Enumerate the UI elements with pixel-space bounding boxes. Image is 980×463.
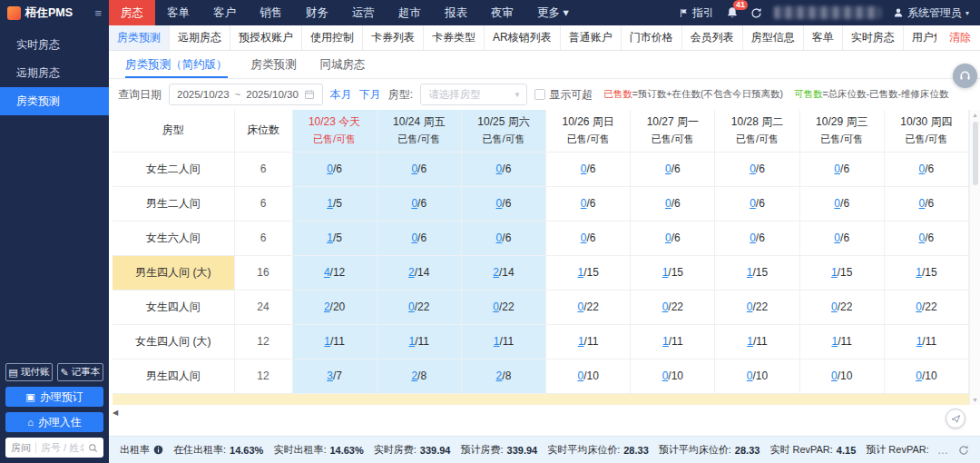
sold-count-link[interactable]: 1: [831, 266, 838, 279]
top-nav-item[interactable]: 房态: [109, 0, 155, 25]
guide-button[interactable]: 指引: [679, 5, 714, 21]
room-search-input[interactable]: 房间 房号 / 姓名: [5, 438, 103, 458]
make-reservation-button[interactable]: ▣ 办理预订: [5, 387, 103, 407]
status-metrics: 出租率 在住出租率: 14.63%: [120, 443, 928, 457]
sold-count-link[interactable]: 2: [324, 300, 330, 313]
top-nav-item[interactable]: 客单: [155, 0, 201, 25]
room-type-row: 女生六人间61/50/60/60/60/60/60/60/6: [113, 221, 969, 255]
top-nav-item-label: 房态: [121, 6, 143, 19]
workspace-tab[interactable]: 会员列表: [682, 25, 743, 50]
cash-account-button[interactable]: ▤ 现付账: [5, 363, 53, 381]
flag-icon: [679, 8, 689, 18]
sold-count-link[interactable]: 2: [493, 266, 499, 279]
sold-count-link[interactable]: 0: [493, 300, 499, 313]
vertical-scroll-thumb[interactable]: [973, 122, 978, 185]
notebook-button[interactable]: ✎ 记事本: [57, 363, 104, 381]
workspace-tab[interactable]: 房型信息: [743, 25, 804, 50]
sold-available-cell: 0/22: [377, 290, 461, 324]
scroll-left-arrow[interactable]: ◀: [113, 409, 118, 417]
info-icon[interactable]: [153, 445, 163, 455]
status-metric-value: 339.94: [420, 445, 451, 456]
sidebar-item[interactable]: 实时房态: [0, 31, 109, 59]
sidebar-item[interactable]: 房类预测: [0, 87, 109, 115]
top-nav-item[interactable]: 运营: [340, 0, 387, 25]
sold-count-link[interactable]: 0: [665, 163, 671, 175]
sold-count-link[interactable]: 0: [408, 300, 415, 313]
sold-count-link[interactable]: 0: [750, 163, 756, 175]
scroll-up-arrow[interactable]: ▲: [972, 112, 978, 118]
sold-count-link[interactable]: 2: [408, 266, 415, 279]
sold-count-link[interactable]: 0: [831, 369, 838, 382]
sold-count-link[interactable]: 0: [747, 369, 753, 382]
top-nav-item[interactable]: 客户: [201, 0, 248, 25]
user-menu[interactable]: 系统管理员 ▾: [893, 5, 969, 21]
workspace-tab[interactable]: AR核销列表: [485, 25, 561, 50]
menu-toggle-icon[interactable]: ≡: [94, 6, 102, 20]
notifications-button[interactable]: 41: [726, 6, 739, 19]
workspace-tab[interactable]: 房类预测: [109, 25, 170, 50]
status-more-button[interactable]: …: [937, 444, 949, 457]
sold-count-link[interactable]: 1: [662, 335, 669, 348]
top-nav-item[interactable]: 报表: [433, 0, 479, 25]
top-nav-item[interactable]: 财务: [294, 0, 340, 25]
sub-tab[interactable]: 同城房态: [320, 51, 366, 78]
available-count: /22: [838, 300, 853, 313]
sold-count-link[interactable]: 4: [324, 266, 330, 279]
sold-count-link[interactable]: 1: [747, 335, 753, 348]
sold-count-link[interactable]: 1: [578, 335, 584, 348]
sold-count-link[interactable]: 0: [916, 369, 922, 382]
sold-count-link[interactable]: 3: [327, 369, 333, 382]
workspace-tab[interactable]: 客单: [804, 25, 843, 50]
clear-tabs-button[interactable]: 清除: [936, 25, 980, 50]
sold-available-cell: 2/8: [377, 359, 461, 393]
this-month-link[interactable]: 本月: [330, 87, 352, 103]
top-nav-item[interactable]: 销售: [248, 0, 294, 25]
top-nav-item[interactable]: 更多 ▾: [525, 0, 581, 25]
sold-available-cell: 0/10: [715, 359, 799, 393]
workspace-tab[interactable]: 卡券类型: [424, 25, 485, 50]
next-month-link[interactable]: 下月: [359, 87, 381, 103]
assistant-floating-button[interactable]: [953, 64, 977, 88]
available-count: /6: [840, 197, 849, 210]
workspace-tab[interactable]: 实时房态: [843, 25, 904, 50]
workspace-tab[interactable]: 预授权账户: [230, 25, 302, 50]
workspace-tab[interactable]: 卡券列表: [363, 25, 424, 50]
date-range-input[interactable]: 2025/10/23 ~ 2025/10/30: [169, 84, 323, 105]
room-type-row: 男生四人间123/72/82/80/100/100/100/100/10: [113, 359, 969, 393]
status-metric: 预计房费: 339.94: [460, 443, 537, 457]
top-nav-item[interactable]: 超市: [387, 0, 433, 25]
horizontal-scrollbar[interactable]: ◀: [109, 405, 980, 419]
sub-tab[interactable]: 房类预测（简约版）: [125, 51, 228, 78]
sold-count-link[interactable]: 1: [327, 197, 333, 210]
sold-count-link[interactable]: 0: [327, 163, 333, 175]
room-type-select[interactable]: 请选择房型 ▾: [420, 84, 527, 105]
sidebar-item[interactable]: 远期房态: [0, 59, 109, 87]
vertical-scrollbar[interactable]: ▲ ▼: [969, 110, 980, 405]
workspace-tab[interactable]: 使用控制: [302, 25, 363, 50]
workspace-tab[interactable]: 远期房态: [170, 25, 230, 50]
checkbox-box[interactable]: [534, 89, 545, 100]
available-count: /6: [671, 163, 681, 175]
sold-count-link[interactable]: 0: [665, 232, 671, 244]
sold-count-link[interactable]: 0: [747, 300, 753, 313]
sold-count-link[interactable]: 0: [916, 300, 922, 313]
sub-tab[interactable]: 房类预测: [251, 51, 297, 78]
refresh-button[interactable]: [750, 7, 762, 19]
sold-count-link[interactable]: 0: [665, 197, 671, 210]
bed-count: 6: [234, 221, 292, 255]
sold-count-link[interactable]: 0: [750, 232, 756, 244]
workspace-tab[interactable]: 普通账户: [561, 25, 622, 50]
sold-count-link[interactable]: 1: [327, 232, 333, 244]
sold-count-link[interactable]: 1: [747, 266, 753, 279]
scroll-down-arrow[interactable]: ▼: [972, 397, 978, 403]
sold-count-link[interactable]: 1: [916, 266, 922, 279]
top-nav-item[interactable]: 夜审: [479, 0, 525, 25]
sold-count-link[interactable]: 0: [831, 300, 838, 313]
workspace-tab[interactable]: 门市价格: [622, 25, 682, 50]
status-refresh-icon[interactable]: [958, 445, 969, 456]
check-in-button[interactable]: ⌂ 办理入住: [5, 412, 103, 432]
show-overbook-checkbox[interactable]: 显示可超: [534, 87, 593, 103]
quick-send-floating-button[interactable]: [946, 409, 965, 429]
sold-count-link[interactable]: 0: [750, 197, 756, 210]
person-icon: [893, 7, 904, 18]
